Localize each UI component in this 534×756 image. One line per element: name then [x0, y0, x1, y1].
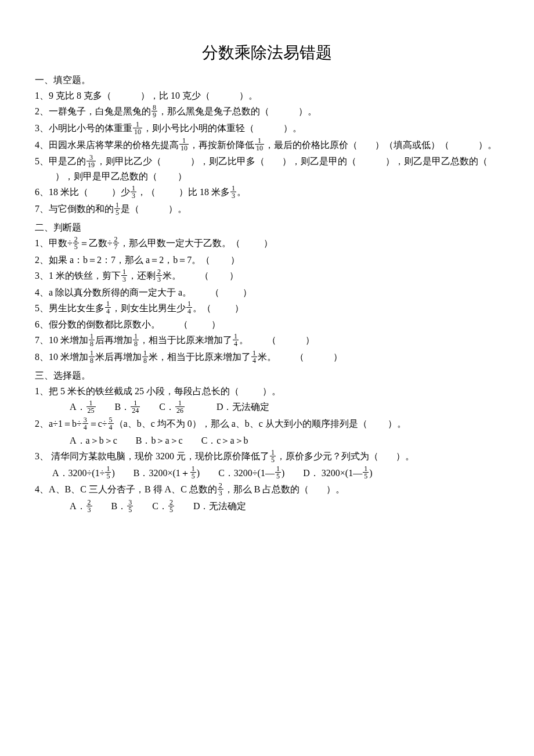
text: 4、A、B、C 三人分杏子，B 得 A、C 总数的 [35, 484, 217, 494]
text: 6、假分数的倒数都比原数小。 （ [35, 319, 188, 329]
text: 3、 清华同方某款电脑，现价 3200 元，现价比原价降低了 [35, 451, 269, 461]
text: ＝乙数÷ [80, 238, 113, 248]
s3-q3-opts: A．3200÷(1÷15) B．3200×(1＋15) C．3200÷(1—15… [35, 466, 499, 481]
text: ），则乙是甲乙总数的（ [385, 156, 488, 166]
text: ） [234, 303, 244, 313]
fraction: 54 [108, 416, 114, 431]
text: 2、如果 a：b＝2：7，那么 a＝2，b＝7。（ [35, 255, 210, 265]
opt-a: A． [70, 501, 86, 511]
text: 。 （ [239, 335, 276, 345]
s2-q2: 2、如果 a：b＝2：7，那么 a＝2，b＝7。（） [35, 253, 499, 267]
fraction: 15 [275, 465, 281, 480]
fraction: 23 [86, 499, 92, 513]
fraction: 23 [156, 268, 162, 283]
text: 2、一群兔子，白兔是黑兔的 [35, 106, 151, 116]
text: ） [230, 255, 240, 265]
text: ，则女生比男生少 [111, 303, 186, 313]
fraction: 110 [179, 137, 189, 152]
text: ） [211, 319, 221, 329]
s1-q7: 7、与它倒数的和的15是（）。 [35, 202, 499, 217]
s3-q2-opts: A．a＞b＞c B．b＞a＞c C．c＞a＞b [35, 434, 499, 448]
text: ）。 [298, 106, 317, 116]
s3-q1: 1、把 5 米长的铁丝截成 25 小段，每段占总长的（）。 [35, 384, 499, 398]
text: 3、1 米的铁丝，剪下 [35, 271, 121, 280]
fraction: 13 [121, 268, 127, 283]
section-3-heading: 三、选择题。 [35, 369, 499, 383]
text: 3、小明比小号的体重重 [35, 123, 132, 133]
fraction: 15 [114, 201, 120, 216]
s1-q2: 2、一群兔子，白兔是黑兔的89，那么黑兔是兔子总数的（）。 [35, 105, 499, 120]
text: 。 [237, 187, 246, 197]
fraction: 23 [218, 482, 223, 496]
text: ） [333, 352, 342, 362]
text: ）。 [326, 484, 345, 494]
text: 后再增加 [95, 335, 132, 345]
s2-q7: 7、10 米增加18后再增加18，相当于比原来增加了14。 （） [35, 333, 499, 348]
text: ，相当于比原来增加了 [139, 335, 232, 345]
text: ，最后的价格比原价（ [265, 140, 358, 150]
s3-q1-opts: A．125 B．124 C．126 D．无法确定 [35, 400, 499, 415]
text: ） [229, 271, 239, 280]
text: 6、18 米比（ [35, 187, 88, 197]
opt-b: B．b＞a＞c [136, 435, 183, 445]
opt-a: A． [70, 402, 86, 412]
text: ，那么 B 占总数的（ [224, 484, 309, 494]
s2-q6: 6、假分数的倒数都比原数小。 （） [35, 318, 499, 332]
text: 4、田园水果店将苹果的价格先提高 [35, 140, 179, 150]
text: ），比 10 克少（ [140, 91, 210, 100]
fraction: 15 [190, 465, 196, 480]
fraction: 18 [142, 350, 148, 364]
text: 5、男生比女生多 [35, 303, 104, 313]
s3-q2: 2、a÷1＝b÷34＝c÷54（a、b、c 均不为 0），那么 a、b、c 从大… [35, 417, 499, 432]
opt-d: D． 3200×(1— [303, 468, 362, 478]
opt-d: D．无法确定 [217, 402, 270, 412]
s2-q1: 1、甲数÷25＝乙数÷27，那么甲数一定大于乙数。（） [35, 236, 499, 251]
text: ) [111, 468, 114, 478]
text: 7、10 米增加 [35, 335, 88, 345]
fraction: 13 [230, 185, 236, 199]
fraction: 110 [133, 121, 142, 135]
text: ）少 [111, 187, 130, 197]
text: ）比 18 米多 [179, 187, 230, 197]
s2-q4: 4、a 除以真分数所得的商一定大于 a。 （） [35, 286, 499, 300]
fraction: 13 [131, 185, 136, 199]
s2-q5: 5、男生比女生多14，则女生比男生少14。（） [35, 301, 499, 316]
fraction: 25 [73, 236, 79, 250]
fraction: 14 [186, 300, 192, 315]
opt-b: B． [111, 501, 127, 511]
text: ) [369, 468, 372, 478]
text: ，还剩 [128, 271, 156, 280]
fraction: 15 [105, 465, 111, 480]
text: ）。 [239, 91, 258, 100]
opt-d: D．无法确定 [193, 501, 247, 511]
text: ）。 [478, 140, 497, 150]
text: 米后再增加 [95, 352, 142, 362]
text: ）。 [388, 419, 406, 429]
text: ，再按新价降低 [189, 140, 254, 150]
opt-a: A．a＞b＞c [70, 435, 117, 445]
fraction: 125 [86, 399, 96, 414]
opt-c: C．c＞a＞b [201, 435, 248, 445]
text: ）。 [396, 451, 414, 461]
text: ，则小号比小明的体重轻（ [143, 123, 254, 133]
s1-q4: 4、田园水果店将苹果的价格先提高110，再按新价降低110，最后的价格比原价（）… [35, 138, 499, 153]
opt-c: C． [159, 402, 175, 412]
s3-q4: 4、A、B、C 三人分杏子，B 得 A、C 总数的23，那么 B 占总数的（）。 [35, 483, 499, 498]
fraction: 15 [270, 449, 276, 463]
section-2-heading: 二、判断题 [35, 221, 499, 235]
text: ，（ [137, 187, 156, 197]
text: 5、甲是乙的 [35, 156, 86, 166]
text: ） [305, 335, 315, 345]
s3-q3: 3、 清华同方某款电脑，现价 3200 元，现价比原价降低了15，原价多少元？列… [35, 449, 499, 465]
text: ，则甲比乙少（ [96, 156, 161, 166]
text: ) [282, 468, 284, 478]
fraction: 35 [127, 499, 133, 513]
s3-q4-opts: A．23 B．35 C．25 D．无法确定 [35, 499, 499, 514]
opt-c: C．3200÷(1— [218, 468, 275, 478]
fraction: 89 [151, 104, 157, 118]
text: ）（填高或低）（ [375, 140, 449, 150]
fraction: 18 [89, 350, 95, 364]
fraction: 18 [89, 333, 95, 347]
text: 。（ [193, 303, 211, 313]
fraction: 15 [363, 465, 369, 480]
